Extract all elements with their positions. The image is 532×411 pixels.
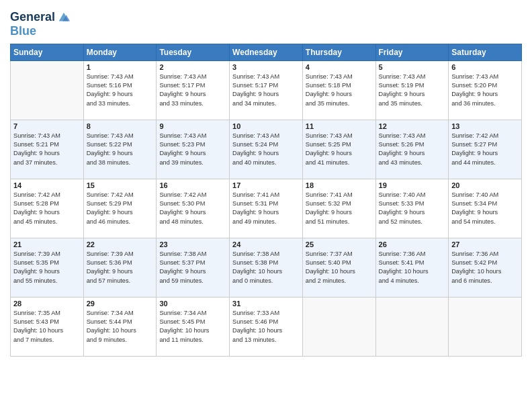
calendar-cell: 17Sunrise: 7:41 AMSunset: 5:31 PMDayligh… [230, 179, 303, 238]
day-number: 23 [159, 240, 226, 248]
logo: General Blue [10, 10, 71, 38]
day-info: Sunrise: 7:43 AMSunset: 5:18 PMDaylight:… [306, 73, 373, 108]
weekday-header-monday: Monday [83, 44, 157, 60]
calendar-week-row: 7Sunrise: 7:43 AMSunset: 5:21 PMDaylight… [11, 120, 522, 179]
logo-text: General [10, 11, 55, 24]
calendar-cell: 31Sunrise: 7:33 AMSunset: 5:46 PMDayligh… [230, 297, 303, 356]
day-info: Sunrise: 7:36 AMSunset: 5:41 PMDaylight:… [379, 250, 446, 285]
day-info: Sunrise: 7:34 AMSunset: 5:44 PMDaylight:… [87, 309, 154, 345]
day-number: 24 [232, 240, 300, 248]
calendar-cell: 9Sunrise: 7:43 AMSunset: 5:23 PMDaylight… [157, 120, 230, 179]
day-info: Sunrise: 7:42 AMSunset: 5:29 PMDaylight:… [87, 191, 154, 226]
day-info: Sunrise: 7:42 AMSunset: 5:30 PMDaylight:… [159, 191, 226, 226]
day-number: 21 [13, 240, 81, 248]
calendar-cell: 24Sunrise: 7:38 AMSunset: 5:38 PMDayligh… [230, 238, 303, 297]
calendar-header-row: SundayMondayTuesdayWednesdayThursdayFrid… [11, 44, 522, 60]
day-number: 13 [451, 122, 519, 130]
logo-icon [56, 10, 71, 25]
day-info: Sunrise: 7:37 AMSunset: 5:40 PMDaylight:… [306, 250, 373, 285]
weekday-header-tuesday: Tuesday [157, 44, 230, 60]
day-info: Sunrise: 7:43 AMSunset: 5:20 PMDaylight:… [451, 73, 519, 108]
calendar-cell: 1Sunrise: 7:43 AMSunset: 5:16 PMDaylight… [83, 60, 157, 120]
calendar-cell: 13Sunrise: 7:42 AMSunset: 5:27 PMDayligh… [449, 120, 522, 179]
calendar-cell: 21Sunrise: 7:39 AMSunset: 5:35 PMDayligh… [11, 238, 84, 297]
day-info: Sunrise: 7:40 AMSunset: 5:34 PMDaylight:… [451, 191, 519, 226]
day-info: Sunrise: 7:43 AMSunset: 5:16 PMDaylight:… [87, 73, 154, 108]
day-info: Sunrise: 7:41 AMSunset: 5:31 PMDaylight:… [232, 191, 300, 226]
day-info: Sunrise: 7:35 AMSunset: 5:43 PMDaylight:… [13, 309, 81, 345]
calendar-week-row: 28Sunrise: 7:35 AMSunset: 5:43 PMDayligh… [11, 297, 522, 356]
calendar-cell: 25Sunrise: 7:37 AMSunset: 5:40 PMDayligh… [302, 238, 375, 297]
day-number: 4 [306, 63, 373, 71]
day-number: 5 [379, 63, 446, 71]
day-info: Sunrise: 7:43 AMSunset: 5:26 PMDaylight:… [379, 132, 446, 167]
day-info: Sunrise: 7:39 AMSunset: 5:35 PMDaylight:… [13, 250, 81, 285]
weekday-header-friday: Friday [375, 44, 449, 60]
calendar-cell: 6Sunrise: 7:43 AMSunset: 5:20 PMDaylight… [449, 60, 522, 120]
day-number: 2 [159, 63, 226, 71]
day-info: Sunrise: 7:39 AMSunset: 5:36 PMDaylight:… [87, 250, 154, 285]
day-number: 3 [232, 63, 300, 71]
day-info: Sunrise: 7:43 AMSunset: 5:23 PMDaylight:… [159, 132, 226, 167]
day-number: 9 [159, 122, 226, 130]
day-info: Sunrise: 7:42 AMSunset: 5:27 PMDaylight:… [451, 132, 519, 167]
day-number: 29 [87, 300, 154, 308]
calendar-week-row: 14Sunrise: 7:42 AMSunset: 5:28 PMDayligh… [11, 179, 522, 238]
day-info: Sunrise: 7:43 AMSunset: 5:21 PMDaylight:… [13, 132, 81, 167]
calendar-cell: 29Sunrise: 7:34 AMSunset: 5:44 PMDayligh… [83, 297, 157, 356]
calendar-cell: 22Sunrise: 7:39 AMSunset: 5:36 PMDayligh… [83, 238, 157, 297]
calendar-week-row: 1Sunrise: 7:43 AMSunset: 5:16 PMDaylight… [11, 60, 522, 120]
day-number: 20 [451, 181, 519, 189]
day-info: Sunrise: 7:33 AMSunset: 5:46 PMDaylight:… [232, 309, 300, 345]
weekday-header-sunday: Sunday [11, 44, 84, 60]
calendar-cell: 19Sunrise: 7:40 AMSunset: 5:33 PMDayligh… [375, 179, 449, 238]
day-number: 17 [232, 181, 300, 189]
day-number: 7 [13, 122, 81, 130]
day-number: 31 [232, 300, 300, 308]
day-info: Sunrise: 7:43 AMSunset: 5:17 PMDaylight:… [232, 73, 300, 108]
calendar-cell: 4Sunrise: 7:43 AMSunset: 5:18 PMDaylight… [302, 60, 375, 120]
calendar-cell: 30Sunrise: 7:34 AMSunset: 5:45 PMDayligh… [157, 297, 230, 356]
calendar-cell [11, 60, 84, 120]
day-number: 18 [306, 181, 373, 189]
day-number: 22 [87, 240, 154, 248]
calendar-cell: 20Sunrise: 7:40 AMSunset: 5:34 PMDayligh… [449, 179, 522, 238]
day-number: 12 [379, 122, 446, 130]
day-info: Sunrise: 7:36 AMSunset: 5:42 PMDaylight:… [451, 250, 519, 285]
day-info: Sunrise: 7:43 AMSunset: 5:17 PMDaylight:… [159, 73, 226, 108]
calendar-cell [302, 297, 375, 356]
calendar-week-row: 21Sunrise: 7:39 AMSunset: 5:35 PMDayligh… [11, 238, 522, 297]
day-number: 19 [379, 181, 446, 189]
day-info: Sunrise: 7:38 AMSunset: 5:38 PMDaylight:… [232, 250, 300, 285]
weekday-header-saturday: Saturday [449, 44, 522, 60]
calendar-cell [449, 297, 522, 356]
calendar-cell: 14Sunrise: 7:42 AMSunset: 5:28 PMDayligh… [11, 179, 84, 238]
day-number: 30 [159, 300, 226, 308]
day-info: Sunrise: 7:43 AMSunset: 5:22 PMDaylight:… [87, 132, 154, 167]
day-number: 27 [451, 240, 519, 248]
calendar-cell: 11Sunrise: 7:43 AMSunset: 5:25 PMDayligh… [302, 120, 375, 179]
calendar-cell: 28Sunrise: 7:35 AMSunset: 5:43 PMDayligh… [11, 297, 84, 356]
day-info: Sunrise: 7:41 AMSunset: 5:32 PMDaylight:… [306, 191, 373, 226]
calendar-cell: 2Sunrise: 7:43 AMSunset: 5:17 PMDaylight… [157, 60, 230, 120]
day-number: 14 [13, 181, 81, 189]
weekday-header-wednesday: Wednesday [230, 44, 303, 60]
day-number: 8 [87, 122, 154, 130]
calendar-cell: 23Sunrise: 7:38 AMSunset: 5:37 PMDayligh… [157, 238, 230, 297]
day-info: Sunrise: 7:42 AMSunset: 5:28 PMDaylight:… [13, 191, 81, 226]
calendar-cell: 7Sunrise: 7:43 AMSunset: 5:21 PMDaylight… [11, 120, 84, 179]
day-info: Sunrise: 7:38 AMSunset: 5:37 PMDaylight:… [159, 250, 226, 285]
day-info: Sunrise: 7:43 AMSunset: 5:24 PMDaylight:… [232, 132, 300, 167]
weekday-header-thursday: Thursday [302, 44, 375, 60]
day-number: 10 [232, 122, 300, 130]
day-number: 26 [379, 240, 446, 248]
day-info: Sunrise: 7:34 AMSunset: 5:45 PMDaylight:… [159, 309, 226, 345]
day-number: 25 [306, 240, 373, 248]
day-number: 1 [87, 63, 154, 71]
calendar-cell: 3Sunrise: 7:43 AMSunset: 5:17 PMDaylight… [230, 60, 303, 120]
day-number: 6 [451, 63, 519, 71]
calendar-cell: 16Sunrise: 7:42 AMSunset: 5:30 PMDayligh… [157, 179, 230, 238]
day-number: 11 [306, 122, 373, 130]
calendar: SundayMondayTuesdayWednesdayThursdayFrid… [10, 44, 522, 357]
day-info: Sunrise: 7:43 AMSunset: 5:25 PMDaylight:… [306, 132, 373, 167]
